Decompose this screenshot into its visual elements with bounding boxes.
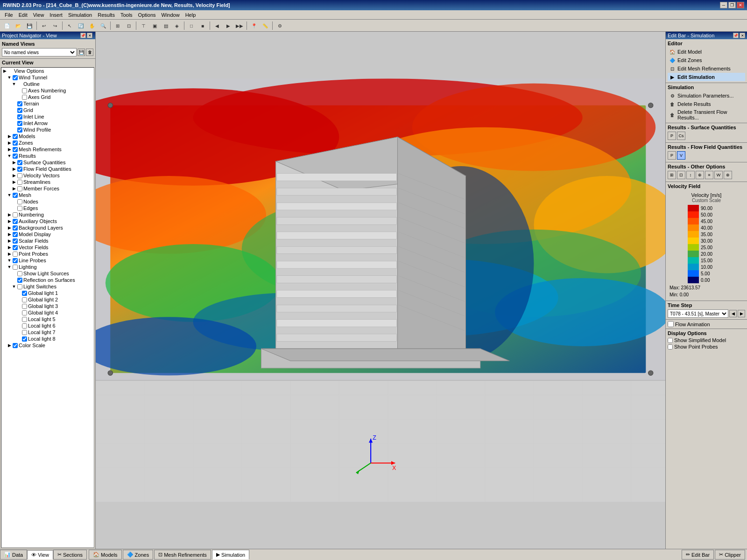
tb-undo[interactable]: ↩ <box>39 21 49 31</box>
tree-item-auxiliary-objects[interactable]: ▶Auxiliary Objects <box>1 218 94 224</box>
menu-help[interactable]: Help <box>183 11 199 19</box>
show-point-probes-checkbox[interactable] <box>668 344 673 350</box>
tree-expand-mesh[interactable]: ▼ <box>7 193 12 197</box>
other-arrows-btn[interactable]: ↕ <box>686 171 695 179</box>
tree-check-wind-profile[interactable] <box>17 127 22 133</box>
tree-check-color-scale[interactable] <box>13 343 18 348</box>
tree-check-global-light-3[interactable] <box>22 304 27 309</box>
timestep-next[interactable]: ▶ <box>738 310 745 317</box>
tree-check-lighting[interactable] <box>13 265 18 270</box>
tree-item-vector-fields[interactable]: ▶Vector Fields <box>1 244 94 251</box>
tb-front[interactable]: ▣ <box>149 21 160 31</box>
tree-item-color-scale[interactable]: ▶Color Scale <box>1 342 94 349</box>
tree-check-vector-fields[interactable] <box>13 245 18 250</box>
tree-item-surface-quantities[interactable]: ▶Surface Quantities <box>1 159 94 166</box>
tree-expand-line-probes[interactable]: ▼ <box>7 258 12 263</box>
close-btn[interactable]: ✕ <box>737 2 744 8</box>
tree-item-member-forces[interactable]: ▶Member Forces <box>1 185 94 192</box>
tb-settings[interactable]: ⚙ <box>275 21 285 31</box>
tree-check-global-light-2[interactable] <box>22 297 27 302</box>
tb-probe[interactable]: 📍 <box>249 21 259 31</box>
tree-check-terrain[interactable] <box>17 101 22 106</box>
tree-item-global-light-4[interactable]: Global light 4 <box>1 309 94 316</box>
tree-expand-velocity-vectors[interactable]: ▶ <box>12 173 16 178</box>
tree-item-axes-numbering[interactable]: Axes Numbering <box>1 87 94 94</box>
tree-expand-surface-quantities[interactable]: ▶ <box>12 160 16 165</box>
view-tab[interactable]: 👁 View <box>27 550 53 560</box>
minimize-btn[interactable]: ─ <box>720 2 727 8</box>
tree-item-velocity-vectors[interactable]: ▶Velocity Vectors <box>1 172 94 179</box>
tree-check-velocity-vectors[interactable] <box>17 173 22 178</box>
tb-fit-all[interactable]: ⊞ <box>113 21 123 31</box>
tree-check-axes-grid[interactable] <box>22 95 27 100</box>
tree-check-grid[interactable] <box>17 108 22 113</box>
tree-check-point-probes[interactable] <box>13 252 18 257</box>
tree-check-local-light-5[interactable] <box>22 317 27 322</box>
named-views-save-btn[interactable]: 💾 <box>78 49 85 56</box>
tree-check-global-light-4[interactable] <box>22 310 27 315</box>
tree-item-wind-profile[interactable]: Wind Profile <box>1 126 94 133</box>
tree-expand-light-switches[interactable]: ▼ <box>12 284 16 289</box>
menu-edit[interactable]: Edit <box>16 11 30 19</box>
tree-check-scalar-fields[interactable] <box>13 238 18 244</box>
tree-check-global-light-1[interactable] <box>22 291 27 296</box>
named-views-select[interactable]: No named views <box>2 48 77 56</box>
tree-check-wind-tunnel[interactable] <box>13 75 18 80</box>
tree-item-inlet-line[interactable]: Inlet Line <box>1 113 94 120</box>
flow-p-btn[interactable]: P <box>668 151 676 160</box>
tree-check-light-switches[interactable] <box>17 284 22 289</box>
flow-animation-checkbox[interactable] <box>668 321 674 327</box>
tree-item-point-probes[interactable]: ▶Point Probes <box>1 251 94 257</box>
tree-item-numbering[interactable]: ▶Numbering <box>1 211 94 218</box>
models-bottom-tab[interactable]: 🏠 Models <box>89 550 121 560</box>
tree-check-surface-quantities[interactable] <box>17 160 22 165</box>
center-viewport[interactable]: Z X <box>96 32 665 549</box>
tree-item-results[interactable]: ▼Results <box>1 153 94 159</box>
tb-top[interactable]: ⊤ <box>138 21 148 31</box>
tree-expand-streamlines[interactable]: ▶ <box>12 180 16 184</box>
tree-item-mesh-refinements[interactable]: ▶Mesh Refinements <box>1 146 94 153</box>
tree-item-outline[interactable]: ▼Outline <box>1 81 94 87</box>
tree-expand-auxiliary-objects[interactable]: ▶ <box>7 219 12 224</box>
menu-options[interactable]: Options <box>135 11 159 19</box>
tree-check-reflection-on-surfaces[interactable] <box>17 278 22 283</box>
other-plus-btn[interactable]: ⊕ <box>696 171 704 179</box>
tree-item-streamlines[interactable]: ▶Streamlines <box>1 179 94 185</box>
tree-check-model-display[interactable] <box>13 232 18 237</box>
tb-iso[interactable]: ◈ <box>172 21 182 31</box>
tree-expand-numbering[interactable]: ▶ <box>7 212 12 217</box>
tree-item-background-layers[interactable]: ▶Background Layers <box>1 224 94 231</box>
menu-results[interactable]: Results <box>95 11 118 19</box>
menu-window[interactable]: Window <box>159 11 183 19</box>
tree-expand-wind-tunnel[interactable]: ▼ <box>7 75 12 80</box>
tree-item-scalar-fields[interactable]: ▶Scalar Fields <box>1 238 94 244</box>
menu-simulation[interactable]: Simulation <box>65 11 95 19</box>
timestep-select[interactable]: T078 - 43.51 [s], Master <box>668 309 728 318</box>
tree-check-edges[interactable] <box>17 206 22 211</box>
tree-expand-results[interactable]: ▼ <box>7 154 12 158</box>
tree-expand-zones[interactable]: ▶ <box>7 140 12 145</box>
tree-check-line-probes[interactable] <box>13 258 18 263</box>
tree-item-nodes[interactable]: Nodes <box>1 198 94 205</box>
tree-expand-color-scale[interactable]: ▶ <box>7 343 12 348</box>
zones-bottom-tab[interactable]: 🔷 Zones <box>123 550 154 560</box>
tree-check-streamlines[interactable] <box>17 180 22 185</box>
tree-item-lighting[interactable]: ▼Lighting <box>1 264 94 270</box>
tree-item-local-light-8[interactable]: Local light 8 <box>1 336 94 342</box>
tree-expand-outline[interactable]: ▼ <box>12 82 16 86</box>
tb-side[interactable]: ▤ <box>161 21 171 31</box>
tb-play[interactable]: ▶ <box>223 21 233 31</box>
clipper-tab[interactable]: ✂ Clipper <box>715 550 745 560</box>
right-panel-pin[interactable]: 📌 <box>733 33 739 38</box>
tree-check-models[interactable] <box>13 134 18 139</box>
other-x-btn[interactable]: ⊗ <box>724 171 732 179</box>
tb-save[interactable]: 💾 <box>24 21 35 31</box>
tb-wireframe[interactable]: □ <box>186 21 197 31</box>
tree-check-flow-field-quantities[interactable] <box>17 167 22 172</box>
tb-next-step[interactable]: ▶▶ <box>234 21 245 31</box>
tree-item-global-light-1[interactable]: Global light 1 <box>1 290 94 296</box>
tree-expand-lighting[interactable]: ▼ <box>7 265 12 269</box>
tree-expand-point-probes[interactable]: ▶ <box>7 252 12 256</box>
tree-expand-model-display[interactable]: ▶ <box>7 232 12 237</box>
tree-item-zones[interactable]: ▶Zones <box>1 140 94 146</box>
